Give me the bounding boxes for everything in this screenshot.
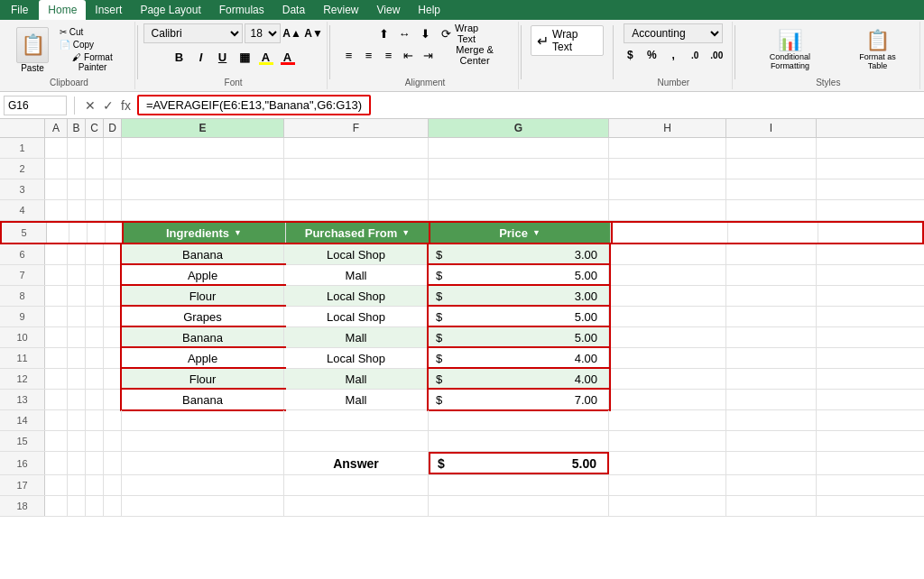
wrap-text-label[interactable]: Wrap Text <box>552 28 597 53</box>
col-header-h[interactable]: H <box>609 119 726 137</box>
source-cell[interactable]: Local Shop <box>284 348 429 368</box>
ingredient-cell[interactable]: Flour <box>122 369 284 389</box>
ingredient-header[interactable]: Ingredients ▼ <box>124 223 286 243</box>
borders-button[interactable]: ▦ <box>235 47 254 67</box>
col-header-i[interactable]: I <box>726 119 817 137</box>
tab-page-layout[interactable]: Page Layout <box>131 0 209 20</box>
clipboard-label: Clipboard <box>50 76 88 87</box>
align-bottom-button[interactable]: ⬇ <box>415 23 435 43</box>
ingredient-cell[interactable]: Flour <box>122 286 284 306</box>
source-cell[interactable]: Local Shop <box>284 307 429 326</box>
align-top-button[interactable]: ⬆ <box>374 23 393 43</box>
tab-home[interactable]: Home <box>39 0 86 20</box>
font-color-button[interactable]: A <box>278 47 298 67</box>
align-left-button[interactable]: ≡ <box>339 45 358 65</box>
col-header-c[interactable]: C <box>86 119 104 137</box>
price-cell[interactable]: $ 3.00 <box>429 244 609 264</box>
price-cell[interactable]: $ 7.00 <box>429 390 609 409</box>
cell-reference[interactable]: G16 <box>4 96 67 115</box>
underline-button[interactable]: U <box>213 47 233 67</box>
cut-button[interactable]: ✂ Cut <box>58 26 127 38</box>
decrease-font-button[interactable]: A▼ <box>304 23 324 43</box>
ingredient-filter[interactable]: ▼ <box>233 228 243 237</box>
tab-help[interactable]: Help <box>409 0 449 20</box>
col-header-a[interactable]: A <box>45 119 68 137</box>
price-header[interactable]: Price ▼ <box>430 223 611 243</box>
format-as-table-button[interactable]: 📋 Format as Table <box>843 27 912 72</box>
col-header-b[interactable]: B <box>68 119 86 137</box>
italic-button[interactable]: I <box>191 47 211 67</box>
source-filter[interactable]: ▼ <box>401 228 411 237</box>
tab-view[interactable]: View <box>368 0 410 20</box>
tab-insert[interactable]: Insert <box>86 0 131 20</box>
increase-font-button[interactable]: A▲ <box>282 23 302 43</box>
source-cell[interactable]: Mall <box>284 327 429 347</box>
font-size-select[interactable]: 18 <box>245 23 281 43</box>
font-group: Calibri 18 A▲ A▼ B I U ▦ A <box>140 22 328 89</box>
percent-button[interactable]: % <box>642 45 661 65</box>
source-cell[interactable]: Local Shop <box>284 244 429 264</box>
copy-button[interactable]: 📄 Copy <box>58 39 127 51</box>
table-row: 9 Grapes Local Shop $ 5.00 <box>0 307 924 327</box>
font-name-select[interactable]: Calibri <box>143 23 243 43</box>
table-row: 3 <box>0 179 924 200</box>
table-row: 13 Banana Mall $ 7.00 <box>0 390 924 410</box>
formula-confirm-button[interactable]: ✓ <box>100 98 116 113</box>
answer-symbol: $ <box>434 456 445 471</box>
ingredient-cell[interactable]: Apple <box>122 265 284 285</box>
fill-color-button[interactable]: A <box>256 47 276 67</box>
formula-bar: G16 ✕ ✓ fx =AVERAGEIF(E6:E13,"Banana",G6… <box>0 92 924 119</box>
conditional-formatting-button[interactable]: 📊 Conditional Formatting <box>744 27 836 72</box>
table-row: 17 <box>0 475 924 496</box>
tab-file[interactable]: File <box>0 0 39 20</box>
price-filter[interactable]: ▼ <box>531 228 541 237</box>
ingredient-cell[interactable]: Banana <box>122 390 284 409</box>
price-cell[interactable]: $ 4.00 <box>429 369 609 389</box>
comma-button[interactable]: , <box>663 45 683 65</box>
answer-value-cell[interactable]: $ 5.00 <box>429 452 609 474</box>
col-header-f[interactable]: F <box>284 119 429 137</box>
price-cell[interactable]: $ 5.00 <box>429 265 609 285</box>
decrease-decimal-button[interactable]: .0 <box>685 45 705 65</box>
price-cell[interactable]: $ 5.00 <box>429 327 609 347</box>
number-format-select[interactable]: Accounting <box>624 23 723 43</box>
ingredient-cell[interactable]: Apple <box>122 348 284 368</box>
orientation-button[interactable]: ⟳ <box>436 23 456 43</box>
merge-center-button[interactable]: Merge & Center <box>439 45 511 65</box>
formula-cancel-button[interactable]: ✕ <box>82 98 98 113</box>
ingredient-cell[interactable]: Grapes <box>122 307 284 326</box>
source-cell[interactable]: Mall <box>284 369 429 389</box>
source-header-label: Purchased From <box>305 226 398 240</box>
table-row: 8 Flour Local Shop $ 3.00 <box>0 286 924 307</box>
currency-button[interactable]: $ <box>620 45 640 65</box>
tab-formulas[interactable]: Formulas <box>210 0 273 20</box>
source-cell[interactable]: Mall <box>284 390 429 409</box>
formula-insert-function-button[interactable]: fx <box>118 98 134 113</box>
price-cell[interactable]: $ 3.00 <box>429 286 609 306</box>
increase-decimal-button[interactable]: .00 <box>707 45 726 65</box>
bold-button[interactable]: B <box>170 47 189 67</box>
price-cell[interactable]: $ 4.00 <box>429 348 609 368</box>
source-cell[interactable]: Local Shop <box>284 286 429 306</box>
source-header[interactable]: Purchased From ▼ <box>286 223 430 243</box>
align-right-button[interactable]: ≡ <box>379 45 398 65</box>
format-painter-button[interactable]: 🖌 Format Painter <box>58 51 127 73</box>
decrease-indent-button[interactable]: ⇤ <box>399 45 418 65</box>
increase-indent-button[interactable]: ⇥ <box>419 45 438 65</box>
col-header-g[interactable]: G <box>429 119 609 137</box>
tab-data[interactable]: Data <box>273 0 314 20</box>
ingredient-cell[interactable]: Banana <box>122 327 284 347</box>
col-header-e[interactable]: E <box>122 119 284 137</box>
formula-content[interactable]: =AVERAGEIF(E6:E13,"Banana",G6:G13) <box>137 95 371 115</box>
source-cell[interactable]: Mall <box>284 265 429 285</box>
ingredient-cell[interactable]: Banana <box>122 244 284 264</box>
price-cell[interactable]: $ 5.00 <box>429 307 609 326</box>
tab-review[interactable]: Review <box>314 0 367 20</box>
align-middle-button[interactable]: ↔ <box>394 23 414 43</box>
col-header-d[interactable]: D <box>104 119 122 137</box>
paste-button[interactable]: 📋 Paste <box>11 25 54 75</box>
align-center-button[interactable]: ≡ <box>359 45 378 65</box>
wrap-text-button[interactable]: Wrap Text <box>457 23 476 43</box>
answer-label-cell[interactable]: Answer <box>284 452 429 474</box>
row-num-corner <box>0 119 45 137</box>
